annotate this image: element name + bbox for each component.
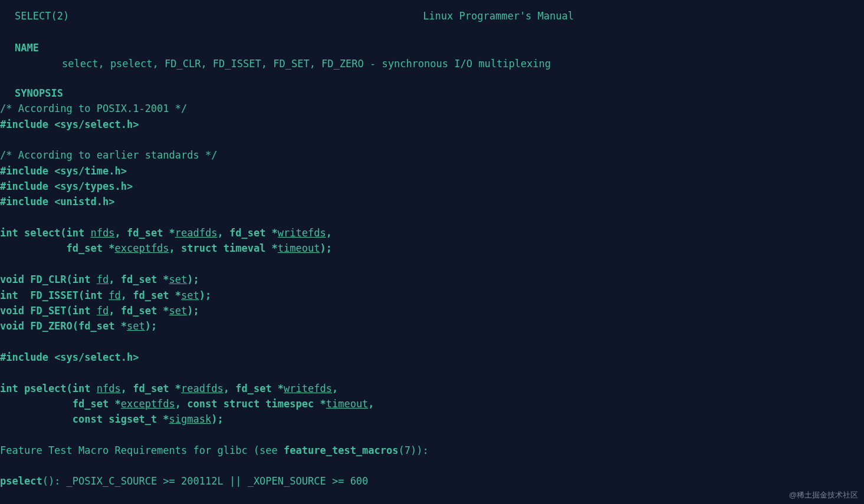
syn-fdisset-c: , fd_set * [121, 289, 181, 301]
man-page: SELECT(2) Linux Programmer's Manual NAME… [0, 0, 864, 489]
syn-pselect-writefds: writefds [284, 383, 332, 394]
syn-include-4b: <unistd.h> [54, 196, 114, 207]
syn-pselect-readfds: readfds [181, 383, 224, 394]
syn-include-4a: #include [0, 196, 54, 207]
syn-fdclr-fd: fd [97, 274, 109, 285]
syn-pselect-1a: int pselect(int [0, 383, 97, 394]
psel-req-b: (): _POSIX_C_SOURCE >= 200112L || _XOPEN… [42, 475, 369, 487]
syn-fdisset-e: ); [199, 289, 211, 301]
syn-pselect-1c: , fd_set * [121, 383, 181, 394]
header-left: SELECT(2) [15, 8, 69, 24]
section-synopsis-head: SYNOPSIS [0, 85, 864, 101]
syn-pselect-exceptfds: exceptfds [121, 398, 175, 410]
syn-pselect-timeout: timeout [326, 398, 369, 410]
watermark: @稀土掘金技术社区 [789, 489, 858, 501]
man-header: SELECT(2) Linux Programmer's Manual [0, 8, 864, 24]
syn-fdset-set: set [169, 305, 188, 317]
syn-include-3b: <sys/types.h> [54, 180, 133, 192]
syn-fdzero-a: void FD_ZERO(fd_set * [0, 320, 127, 332]
syn-fdclr-a: void FD_CLR(int [0, 274, 97, 285]
syn-fdclr-e: ); [187, 274, 199, 285]
header-center: Linux Programmer's Manual [423, 8, 574, 24]
synopsis-body: /* According to POSIX.1-2001 */ #include… [0, 101, 864, 427]
syn-fdisset-fd: fd [109, 289, 120, 301]
ftm-a: Feature Test Macro Requirements for glib… [0, 444, 284, 456]
syn-select-2c: , struct timeval * [169, 242, 278, 254]
syn-fdset-e: ); [187, 305, 199, 317]
syn-select-1a: int select(int [0, 227, 91, 239]
syn-select-2a: fd_set * [0, 242, 114, 254]
syn-include-5b: <sys/select.h> [54, 351, 139, 363]
syn-pselect-3a: const sigset_t * [0, 413, 169, 425]
syn-include-3a: #include [0, 180, 54, 192]
psel-req-a: pselect [0, 475, 42, 487]
ftm-c: (7)): [399, 444, 429, 456]
feature-test-macros-line: Feature Test Macro Requirements for glib… [0, 443, 864, 458]
syn-fdzero-c: ); [145, 320, 157, 332]
syn-fdset-fd: fd [97, 305, 109, 317]
syn-fdisset-set: set [181, 289, 199, 301]
syn-pselect-2c: , const struct timespec * [175, 398, 326, 410]
syn-pselect-1e: , fd_set * [224, 383, 284, 394]
syn-fdisset-a: int FD_ISSET(int [0, 289, 109, 301]
syn-fdset-c: , fd_set * [109, 305, 169, 317]
syn-select-1e: , fd_set * [218, 227, 278, 239]
syn-pselect-sigmask: sigmask [169, 413, 212, 425]
syn-select-1g: , [326, 227, 332, 239]
syn-include-5a: #include [0, 351, 54, 363]
syn-include-1a: #include [0, 118, 54, 130]
syn-comment-earlier: /* According to earlier standards */ [0, 149, 217, 161]
syn-comment-posix: /* According to POSIX.1-2001 */ [0, 103, 187, 114]
syn-select-nfds: nfds [91, 227, 115, 239]
syn-include-2b: <sys/time.h> [54, 165, 127, 177]
syn-fdzero-set: set [127, 320, 145, 332]
syn-fdset-a: void FD_SET(int [0, 305, 97, 317]
pselect-requirement-line: pselect(): _POSIX_C_SOURCE >= 200112L ||… [0, 473, 864, 489]
section-name-body: select, pselect, FD_CLR, FD_ISSET, FD_SE… [0, 56, 864, 71]
ftm-b: feature_test_macros [284, 444, 398, 456]
syn-pselect-2e: , [368, 398, 374, 410]
section-name-head: NAME [0, 40, 864, 55]
syn-select-exceptfds: exceptfds [114, 242, 169, 254]
syn-include-2a: #include [0, 165, 54, 177]
syn-fdclr-set: set [169, 274, 188, 285]
syn-pselect-nfds: nfds [97, 383, 121, 394]
syn-pselect-3c: ); [211, 413, 223, 425]
syn-select-timeout: timeout [278, 242, 320, 254]
syn-select-1c: , fd_set * [114, 227, 175, 239]
syn-select-readfds: readfds [175, 227, 218, 239]
syn-select-2e: ); [320, 242, 331, 254]
syn-fdclr-c: , fd_set * [109, 274, 169, 285]
syn-pselect-2a: fd_set * [0, 398, 121, 410]
syn-pselect-1g: , [332, 383, 338, 394]
syn-include-1b: <sys/select.h> [54, 118, 139, 130]
syn-select-writefds: writefds [278, 227, 326, 239]
